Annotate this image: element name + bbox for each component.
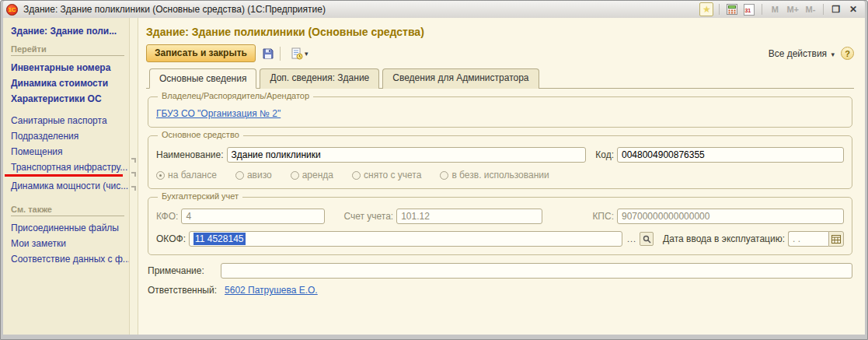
responsible-label: Ответственный:: [148, 285, 217, 296]
okof-choose-button[interactable]: ...: [626, 234, 638, 244]
radio-button-icon: [235, 171, 244, 180]
owner-group: Владелец/Распорядитель/Арендатор ГБУЗ СО…: [148, 96, 852, 128]
main-panel: Здание: Здание поликлиники (Основные сре…: [138, 18, 865, 335]
asset-group-legend: Основное средство: [158, 130, 243, 139]
account-label: Счет учета:: [343, 211, 393, 222]
navigation-sidebar: Здание: Здание поли... Перейти Инвентарн…: [3, 18, 129, 335]
sidebar-header-goto: Перейти: [11, 44, 124, 56]
splitter-grip: [131, 186, 136, 191]
splitter-grip: [131, 158, 136, 163]
calculator-icon[interactable]: [725, 2, 739, 16]
name-label: Наименование:: [156, 149, 224, 160]
toolbar-separator: [280, 47, 281, 61]
name-input[interactable]: Здание поликлиники: [227, 147, 587, 163]
accounting-group: Бухгалтерский учет КФО: 4 Счет учета: 10…: [148, 197, 852, 255]
commissioning-date-picker: . .: [788, 231, 844, 247]
balance-radio-group: на балансе авизо аренда снято с уче: [156, 170, 844, 181]
note-label: Примечание:: [148, 265, 218, 276]
owner-group-legend: Владелец/Распорядитель/Арендатор: [158, 91, 313, 100]
sidebar-item-my-notes[interactable]: Мои заметки: [11, 236, 124, 251]
create-based-on-icon[interactable]: ▾: [289, 46, 310, 61]
help-button[interactable]: ?: [841, 47, 854, 60]
tab-additional-info[interactable]: Доп. сведения: Здание: [260, 68, 379, 89]
okof-selected-text: 11 4528145: [193, 233, 246, 245]
kps-input[interactable]: 90700000000000000: [617, 209, 844, 224]
splitter-grip: [131, 172, 136, 177]
tabbar: Основные сведения Доп. сведения: Здание …: [146, 68, 854, 89]
memory-plus-button[interactable]: M+: [785, 2, 800, 16]
sidebar-item-attached-files[interactable]: Присоединенные файлы: [11, 220, 124, 236]
kps-label: КПС:: [592, 211, 614, 222]
window-body: Здание: Здание поли... Перейти Инвентарн…: [3, 18, 865, 335]
accounting-group-legend: Бухгалтерский учет: [158, 191, 242, 201]
all-actions-button[interactable]: Все действия ▾: [769, 48, 835, 59]
date-calendar-icon[interactable]: [828, 231, 844, 247]
maximize-icon[interactable]: ❒: [829, 2, 843, 16]
app-window: 1С Здание: Здание поликлиники (Основные …: [0, 0, 868, 340]
tab-admin-info[interactable]: Сведения для Администратора: [382, 68, 539, 89]
okof-label: ОКОФ:: [156, 233, 186, 244]
1c-logo-icon: 1С: [6, 4, 18, 16]
commissioning-date-label: Дата ввода в эксплуатацию:: [663, 233, 785, 244]
radio-gratuitous-use[interactable]: в безв. использовании: [440, 170, 549, 181]
sidebar-item-inventory-numbers[interactable]: Инвентарные номера: [11, 60, 124, 75]
sidebar-item-data-correspondence[interactable]: Соответствие данных с ф...: [11, 251, 124, 267]
note-row: Примечание:: [148, 263, 852, 279]
command-bar: Записать и закрыть: [146, 44, 854, 62]
sidebar-header-see-also: См. также: [11, 205, 124, 216]
radio-aviso[interactable]: авизо: [235, 170, 272, 181]
sidebar-form-title: Здание: Здание поли...: [11, 26, 124, 37]
tab-main-info[interactable]: Основные сведения: [149, 68, 256, 89]
okof-search-icon[interactable]: [640, 232, 654, 246]
note-input[interactable]: [221, 263, 852, 279]
window-title: Здание: Здание поликлиники (Основные сре…: [23, 4, 699, 15]
sidebar-item-sanitary-passports[interactable]: Санитарные паспорта: [11, 113, 124, 128]
code-label: Код:: [595, 149, 614, 160]
favorites-icon[interactable]: ★: [699, 2, 713, 16]
memory-minus-button[interactable]: M-: [804, 2, 817, 16]
radio-rent[interactable]: аренда: [291, 170, 333, 181]
sidebar-item-departments[interactable]: Подразделения: [11, 128, 124, 144]
sidebar-splitter[interactable]: [129, 18, 138, 335]
titlebar: 1С Здание: Здание поликлиники (Основные …: [3, 1, 865, 18]
memory-recall-button[interactable]: M: [768, 2, 782, 16]
sidebar-item-premises[interactable]: Помещения: [11, 144, 124, 159]
radio-on-balance[interactable]: на балансе: [156, 170, 217, 181]
chevron-down-icon: ▾: [831, 51, 835, 58]
save-and-close-button[interactable]: Записать и закрыть: [146, 44, 256, 62]
account-input[interactable]: 101.12: [396, 209, 542, 224]
okof-input[interactable]: 11 4528145: [189, 231, 622, 247]
save-icon[interactable]: [260, 46, 276, 61]
sidebar-item-cost-dynamics[interactable]: Динамика стоимости: [11, 75, 124, 91]
owner-organization-link[interactable]: ГБУЗ СО "Организация № 2": [156, 108, 281, 119]
radio-deregistered[interactable]: снято с учета: [352, 170, 421, 181]
responsible-row: Ответственный: 5602 Патрушева Е.О.: [148, 285, 852, 296]
asset-group: Основное средство Наименование: Здание п…: [148, 135, 852, 189]
titlebar-separator: [762, 4, 762, 15]
sidebar-item-transport-infrastructure[interactable]: Транспортная инфрастру...: [11, 159, 124, 175]
sidebar-item-power-dynamics[interactable]: Динамика мощности (чис...: [11, 178, 124, 194]
chevron-down-icon: ▾: [305, 50, 309, 58]
radio-button-icon: [440, 171, 448, 180]
radio-button-icon: [291, 171, 299, 180]
sidebar-item-os-characteristics[interactable]: Характеристики ОС: [11, 91, 124, 107]
radio-button-icon: [156, 171, 165, 180]
kfo-input[interactable]: 4: [181, 209, 325, 224]
responsible-person-link[interactable]: 5602 Патрушева Е.О.: [225, 285, 318, 296]
tab-content: Владелец/Распорядитель/Арендатор ГБУЗ СО…: [146, 89, 854, 296]
titlebar-separator: [823, 4, 824, 15]
code-input[interactable]: 0048004900876355: [617, 147, 844, 163]
commissioning-date-input[interactable]: . .: [788, 231, 828, 247]
radio-button-icon: [352, 171, 361, 180]
calendar-icon[interactable]: 31: [742, 2, 756, 16]
close-icon[interactable]: ✕: [846, 2, 860, 16]
titlebar-separator: [719, 4, 720, 15]
calendar-icon-day: 31: [744, 8, 751, 13]
page-title: Здание: Здание поликлиники (Основные сре…: [146, 26, 854, 38]
kfo-label: КФО:: [156, 211, 178, 222]
